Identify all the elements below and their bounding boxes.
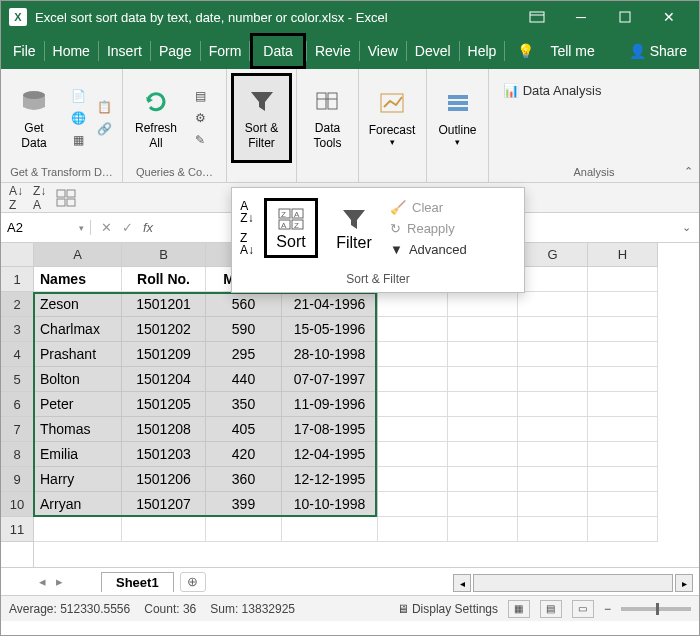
row-header[interactable]: 10 — [1, 492, 33, 517]
close-button[interactable]: ✕ — [647, 1, 691, 33]
row-header[interactable]: 8 — [1, 442, 33, 467]
menu-insert[interactable]: Insert — [99, 33, 150, 69]
expand-formula-icon[interactable]: ⌄ — [682, 221, 699, 234]
menu-review[interactable]: Revie — [307, 33, 359, 69]
cell[interactable]: 350 — [206, 392, 282, 417]
page-layout-icon[interactable]: ▤ — [540, 600, 562, 618]
row-header[interactable]: 7 — [1, 417, 33, 442]
column-header[interactable]: H — [588, 243, 658, 267]
edit-links-icon[interactable]: ✎ — [191, 131, 209, 149]
column-header[interactable]: G — [518, 243, 588, 267]
advanced-filter-button[interactable]: ▼Advanced — [390, 242, 467, 257]
sort-desc-small-icon[interactable]: Z↓A — [33, 184, 46, 212]
menu-file[interactable]: File — [5, 33, 44, 69]
sort-desc-icon[interactable]: ZA↓ — [240, 232, 254, 256]
cell[interactable]: 1501208 — [122, 417, 206, 442]
cell[interactable]: Emilia — [34, 442, 122, 467]
cell[interactable]: 420 — [206, 442, 282, 467]
cell[interactable]: 21-04-1996 — [282, 292, 378, 317]
cell[interactable]: 12-04-1995 — [282, 442, 378, 467]
get-data-button[interactable]: Get Data — [5, 75, 63, 161]
cell[interactable]: 560 — [206, 292, 282, 317]
cell[interactable]: 07-07-1997 — [282, 367, 378, 392]
menu-devel[interactable]: Devel — [407, 33, 459, 69]
page-break-icon[interactable]: ▭ — [572, 600, 594, 618]
cell[interactable]: Peter — [34, 392, 122, 417]
row-header[interactable]: 5 — [1, 367, 33, 392]
lightbulb-icon[interactable]: 💡 — [509, 33, 542, 69]
row-header[interactable]: 4 — [1, 342, 33, 367]
cell[interactable]: 1501201 — [122, 292, 206, 317]
cell[interactable]: 1501206 — [122, 467, 206, 492]
zoom-slider[interactable] — [621, 607, 691, 611]
cell[interactable]: 590 — [206, 317, 282, 342]
minimize-button[interactable]: ─ — [559, 1, 603, 33]
data-analysis-button[interactable]: 📊 Data Analysis — [493, 77, 611, 104]
cell-header[interactable]: Names — [34, 267, 122, 292]
cell[interactable]: 295 — [206, 342, 282, 367]
cell[interactable]: Arryan — [34, 492, 122, 517]
ribbon-options-icon[interactable] — [515, 1, 559, 33]
refresh-all-button[interactable]: Refresh All — [127, 75, 185, 161]
reapply-filter-button[interactable]: ↻Reapply — [390, 221, 467, 236]
scroll-left-icon[interactable]: ◂ — [453, 574, 471, 592]
recent-sources-icon[interactable]: 📋 — [95, 98, 113, 116]
cell[interactable]: 360 — [206, 467, 282, 492]
cell[interactable]: Zeson — [34, 292, 122, 317]
forecast-button[interactable]: Forecast▾ — [363, 75, 421, 161]
cell[interactable]: Bolton — [34, 367, 122, 392]
menu-tellme[interactable]: Tell me — [542, 33, 602, 69]
column-header[interactable]: B — [122, 243, 206, 267]
queries-icon[interactable]: ▤ — [191, 87, 209, 105]
name-box[interactable]: A2▾ — [1, 220, 91, 235]
collapse-ribbon-icon[interactable]: ⌃ — [684, 165, 693, 178]
cell[interactable]: 28-10-1998 — [282, 342, 378, 367]
display-settings-button[interactable]: 🖥 Display Settings — [397, 602, 498, 616]
cell[interactable]: Charlmax — [34, 317, 122, 342]
clear-filter-button[interactable]: 🧹Clear — [390, 200, 467, 215]
properties-icon[interactable]: ⚙ — [191, 109, 209, 127]
cell[interactable]: 10-10-1998 — [282, 492, 378, 517]
cell[interactable]: 15-05-1996 — [282, 317, 378, 342]
cell[interactable]: 1501203 — [122, 442, 206, 467]
scroll-right-icon[interactable]: ▸ — [675, 574, 693, 592]
cell[interactable]: 1501209 — [122, 342, 206, 367]
row-header[interactable]: 3 — [1, 317, 33, 342]
menu-page[interactable]: Page — [151, 33, 200, 69]
tab-prev-icon[interactable]: ◂ — [39, 574, 46, 589]
row-header[interactable]: 6 — [1, 392, 33, 417]
row-header[interactable]: 2 — [1, 292, 33, 317]
data-tools-button[interactable]: Data Tools — [301, 75, 354, 161]
filter-button[interactable]: Filter — [326, 200, 382, 256]
cell[interactable]: 1501205 — [122, 392, 206, 417]
row-header[interactable]: 9 — [1, 467, 33, 492]
sheet-tab[interactable]: Sheet1 — [101, 572, 174, 592]
add-sheet-button[interactable]: ⊕ — [180, 572, 206, 592]
cell[interactable]: Prashant — [34, 342, 122, 367]
custom-sort-small-icon[interactable] — [56, 189, 76, 207]
custom-sort-button[interactable]: ZAAZ Sort — [264, 198, 318, 258]
accept-formula-icon[interactable]: ✓ — [122, 220, 133, 235]
horizontal-scrollbar[interactable]: ◂ ▸ — [453, 574, 693, 592]
row-header[interactable]: 1 — [1, 267, 33, 292]
menu-home[interactable]: Home — [45, 33, 98, 69]
cancel-formula-icon[interactable]: ✕ — [101, 220, 112, 235]
cell[interactable]: 440 — [206, 367, 282, 392]
outline-button[interactable]: Outline▾ — [431, 75, 484, 161]
sort-asc-small-icon[interactable]: A↓Z — [9, 184, 23, 212]
cell[interactable]: 405 — [206, 417, 282, 442]
menu-help[interactable]: Help — [460, 33, 505, 69]
existing-conn-icon[interactable]: 🔗 — [95, 120, 113, 138]
cell[interactable]: 1501207 — [122, 492, 206, 517]
from-table-icon[interactable]: ▦ — [69, 131, 87, 149]
zoom-out-button[interactable]: − — [604, 602, 611, 616]
cell-header[interactable]: Roll No. — [122, 267, 206, 292]
tab-next-icon[interactable]: ▸ — [56, 574, 63, 589]
sort-asc-icon[interactable]: AZ↓ — [240, 200, 253, 224]
cell[interactable]: 11-09-1996 — [282, 392, 378, 417]
cell[interactable]: 399 — [206, 492, 282, 517]
cell[interactable]: 1501204 — [122, 367, 206, 392]
column-header[interactable]: A — [34, 243, 122, 267]
from-text-icon[interactable]: 📄 — [69, 87, 87, 105]
maximize-button[interactable] — [603, 1, 647, 33]
